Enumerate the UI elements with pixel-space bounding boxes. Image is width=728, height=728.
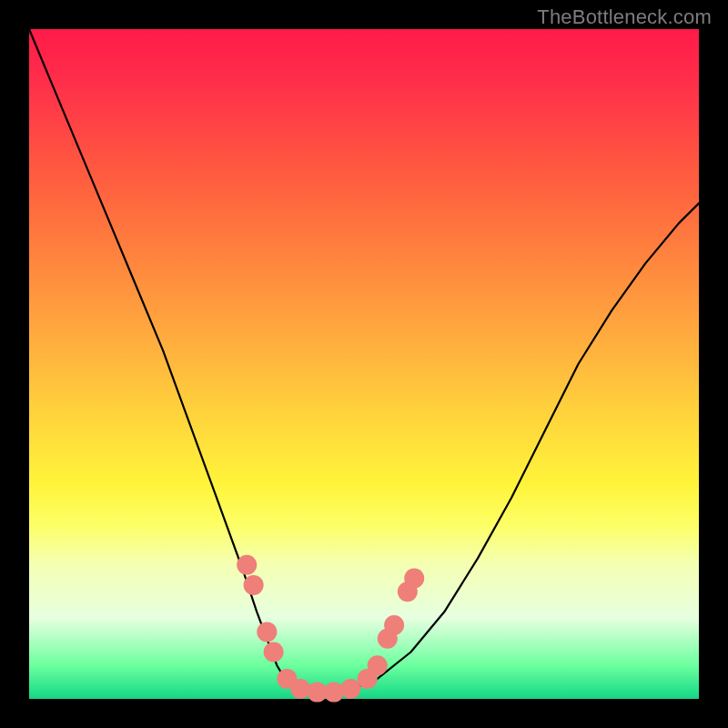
watermark-text: TheBottleneck.com (537, 5, 712, 29)
chart-background (29, 29, 699, 699)
